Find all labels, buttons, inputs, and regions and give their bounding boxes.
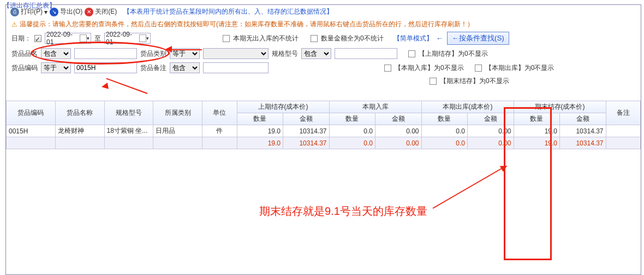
close-button[interactable]: ✕ 关闭(E)	[85, 7, 117, 16]
data-table: 货品编码 货品名称 规格型号 所属类别 单位 上期结存(成本价) 本期入库 本期…	[6, 101, 641, 149]
print-button[interactable]: ⎙ 打印(P) ▾	[10, 7, 47, 16]
cb-in-label: 【本期入库】为0不显示	[395, 63, 464, 73]
th-in[interactable]: 本期入库	[329, 101, 421, 113]
export-button[interactable]: ↘ 导出(O)	[50, 7, 82, 16]
code-label: 货品编码	[11, 63, 38, 73]
cb-no-io-label: 本期无出入库的不统计	[233, 34, 299, 43]
spec-label: 规格型号	[272, 49, 298, 58]
cb-mq[interactable]	[430, 78, 437, 85]
cb-sq[interactable]	[408, 50, 415, 57]
th-cat[interactable]: 所属类别	[153, 101, 202, 125]
cb-no-io[interactable]	[223, 35, 230, 42]
th-qty[interactable]: 数量	[237, 113, 283, 125]
date-to-input[interactable]: 2022-09-01▾	[104, 33, 151, 44]
th-amt[interactable]: 金额	[283, 113, 330, 125]
th-qty[interactable]: 数量	[421, 113, 468, 125]
th-code[interactable]: 货品编码	[7, 101, 56, 125]
cb-out-label: 【本期出库】为0不显示	[485, 63, 554, 73]
export-icon: ↘	[50, 8, 58, 16]
date-from-input[interactable]: 2022-09-01▾	[45, 33, 91, 44]
arrow-left-icon: ←	[436, 34, 444, 43]
cb-zero-label: 数量金额全为0不统计	[321, 34, 384, 43]
printer-icon: ⎙	[10, 8, 19, 16]
date-checkbox[interactable]: ✓	[34, 35, 41, 42]
th-remark[interactable]: 备注	[606, 101, 641, 125]
calendar-icon	[80, 34, 87, 42]
name-label: 货品品名	[11, 49, 38, 58]
name-input[interactable]	[74, 48, 137, 59]
code-op-select[interactable]: 等于	[41, 62, 71, 73]
cb-zero[interactable]	[311, 35, 318, 42]
date-to-label: 至	[94, 34, 101, 43]
th-qty[interactable]: 数量	[329, 113, 375, 125]
th-qty[interactable]: 数量	[514, 113, 560, 125]
cb-mq-label: 【期末结存】为0不显示	[440, 77, 509, 86]
cb-out[interactable]	[475, 65, 482, 72]
warning-icon: ⚠	[11, 21, 17, 28]
cat-label: 货品类别	[140, 49, 166, 58]
th-spec[interactable]: 规格型号	[104, 101, 153, 125]
remark-label: 货品备注	[140, 63, 166, 73]
close-icon: ✕	[85, 8, 93, 16]
th-amt[interactable]: 金额	[560, 113, 606, 125]
calendar-icon	[139, 34, 146, 42]
toolbar: ⎙ 打印(P) ▾ ↘ 导出(O) ✕ 关闭(E) 【本表用于统计货品在某段时间…	[6, 5, 641, 19]
cat-select[interactable]	[203, 48, 269, 59]
name-op-select[interactable]: 包含	[41, 48, 71, 59]
th-name[interactable]: 货品名称	[55, 101, 104, 125]
spec-input[interactable]	[335, 48, 397, 59]
th-sq[interactable]: 上期结存(成本价)	[237, 101, 329, 113]
remark-op-select[interactable]: 包含	[170, 62, 200, 73]
simple-mode-link[interactable]: 【简单模式】	[393, 34, 433, 43]
th-amt[interactable]: 金额	[375, 113, 422, 125]
cat-op-select[interactable]: 等于	[170, 48, 200, 59]
th-unit[interactable]: 单位	[202, 101, 237, 125]
th-amt[interactable]: 金额	[468, 113, 514, 125]
hint-text: 温馨提示：请输入您需要的查询条件，然后点击右侧的查找按钮即可(请注意：如果库存数…	[20, 20, 474, 29]
table-row[interactable]: 0015H 龙椅财神 18寸紫铜 坐... 日用品 件 19.0 10314.3…	[7, 125, 641, 137]
date-label: 日期：	[11, 34, 31, 43]
th-mq[interactable]: 期末结存(成本价)	[514, 101, 606, 113]
remark-input[interactable]	[203, 62, 269, 73]
sum-row: 19.0 10314.37 0.0 0.00 0.0 0.00 19.0 103…	[7, 137, 641, 149]
th-out[interactable]: 本期出库(成本价)	[421, 101, 514, 113]
cb-sq-label: 【上期结存】为0不显示	[419, 49, 488, 58]
spec-op-select[interactable]: 包含	[301, 48, 331, 59]
search-button[interactable]: ←按条件查找(S)	[447, 32, 509, 45]
code-input[interactable]	[74, 62, 137, 73]
cb-in[interactable]	[384, 65, 391, 72]
toolbar-note: 【本表用于统计货品在某段时间内的所有出、入、结存的汇总数据情况】	[123, 7, 333, 16]
